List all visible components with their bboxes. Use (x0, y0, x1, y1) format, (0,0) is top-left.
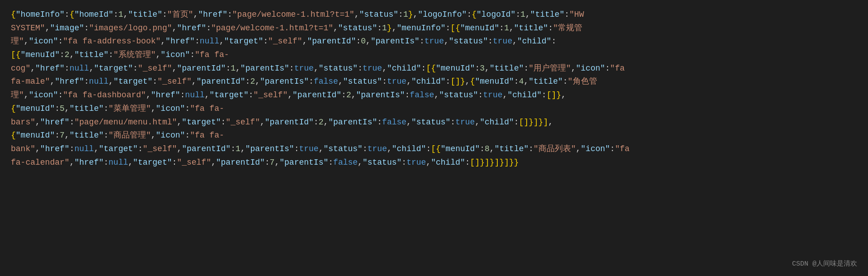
watermark: CSDN @人间味是清欢 (792, 259, 857, 270)
code-container: {"homeInfo":{"homeId":1,"title":"首页","hr… (0, 0, 868, 276)
code-content: {"homeInfo":{"homeId":1,"title":"首页","hr… (11, 8, 857, 169)
